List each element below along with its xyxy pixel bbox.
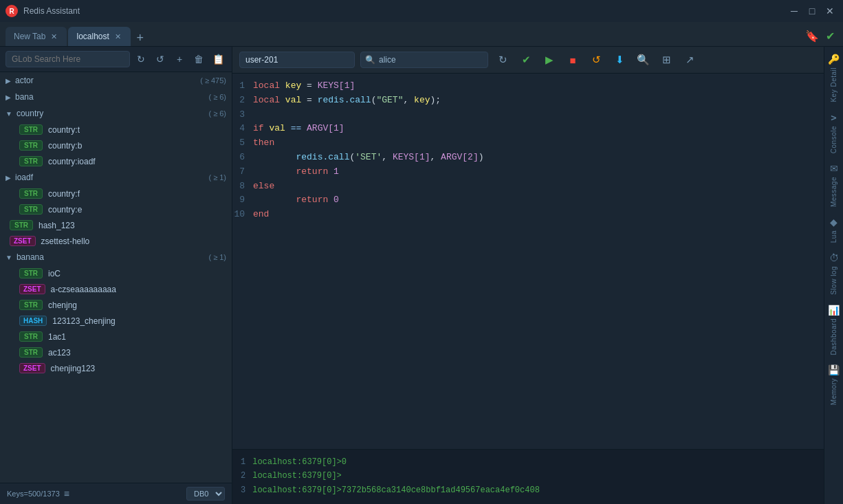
- search-button[interactable]: 🔍: [634, 51, 652, 69]
- list-item[interactable]: ZSET a-czseaaaaaaaaa: [0, 281, 232, 297]
- group-label-bana: bana: [15, 92, 34, 102]
- key-label: country:f: [48, 189, 80, 199]
- key-search-wrap: 🔍: [360, 52, 488, 68]
- console-line-num: 1: [241, 455, 245, 469]
- sidebar-footer: Keys=500/1373 ≡ DB0 DB1 DB2 DB3: [0, 483, 232, 504]
- memory-icon: 💾: [828, 364, 840, 375]
- sidebar-item-lua[interactable]: ◆ Lua: [825, 212, 843, 247]
- message-label: Message: [830, 177, 837, 207]
- sidebar-group-bana[interactable]: ▶ bana ( ≥ 6): [0, 89, 232, 105]
- key-label: country:ioadf: [48, 157, 96, 166]
- chevron-down-icon-country: ▼: [6, 110, 12, 118]
- main-content: ↻ ↺ + 🗑 📋 ▶ actor ( ≥ 475) ▶ bana ( ≥ 6)…: [0, 47, 843, 504]
- list-item[interactable]: STR country:f: [0, 186, 232, 201]
- console-line-num: 2: [241, 469, 245, 483]
- key-label: country:b: [48, 141, 82, 151]
- list-item[interactable]: ZSET chenjing123: [0, 360, 232, 376]
- add-key-icon[interactable]: +: [171, 51, 188, 67]
- table-button[interactable]: ⊞: [657, 51, 675, 69]
- refresh-icon[interactable]: ↺: [152, 51, 168, 67]
- play-button[interactable]: ▶: [540, 51, 558, 69]
- line-number: 3: [232, 108, 253, 122]
- list-item[interactable]: HASH 123123_chenjing: [0, 313, 232, 329]
- tab-close-new-tab[interactable]: ✕: [50, 32, 58, 41]
- line-number: 5: [232, 136, 253, 151]
- code-line: 1 local key = KEYS[1]: [232, 79, 824, 94]
- key-label: chenjing123: [51, 364, 96, 373]
- dashboard-icon: 📊: [828, 305, 840, 316]
- list-item[interactable]: STR country:ioadf: [0, 153, 232, 169]
- line-content: end: [253, 208, 269, 222]
- list-item[interactable]: STR country:e: [0, 201, 232, 217]
- copy-icon[interactable]: 📋: [210, 51, 226, 67]
- search-icon: 🔍: [365, 55, 375, 65]
- sidebar-list: ▶ actor ( ≥ 475) ▶ bana ( ≥ 6) ▼ country…: [0, 72, 232, 483]
- line-content: then: [253, 136, 274, 151]
- key-label: ac123: [48, 348, 71, 358]
- slow-log-icon: ⏱: [829, 252, 839, 263]
- group-count-actor: ( ≥ 475): [200, 76, 226, 85]
- sidebar-group-banana[interactable]: ▼ banana ( ≥ 1): [0, 249, 232, 265]
- refresh-button[interactable]: ↻: [494, 51, 512, 69]
- badge-str: STR: [19, 331, 43, 342]
- group-count-bana: ( ≥ 6): [208, 93, 226, 101]
- stop-button[interactable]: ■: [564, 51, 582, 69]
- badge-str: STR: [19, 140, 43, 151]
- code-line: 6 redis.call('SET', KEYS[1], ARGV[2]): [232, 151, 824, 165]
- console-line: 1 localhost:6379[0]>0: [241, 455, 815, 469]
- list-item[interactable]: STR ac123: [0, 344, 232, 360]
- minimize-button[interactable]: ─: [787, 3, 802, 19]
- close-button[interactable]: ✕: [822, 3, 837, 19]
- line-number: 4: [232, 122, 253, 136]
- line-content: return 0: [253, 193, 339, 208]
- key-name-input[interactable]: [239, 52, 355, 68]
- list-item[interactable]: STR 1ac1: [0, 329, 232, 344]
- sidebar-item-dashboard[interactable]: 📊 Dashboard: [825, 300, 843, 359]
- code-line: 5 then: [232, 136, 824, 151]
- sidebar-group-country[interactable]: ▼ country ( ≥ 6): [0, 105, 232, 122]
- reload-button[interactable]: ↺: [587, 51, 605, 69]
- sidebar-group-ioadf[interactable]: ▶ ioadf ( ≥ 1): [0, 169, 232, 186]
- sidebar-item-console[interactable]: > Console: [825, 108, 843, 157]
- key-search-input[interactable]: [360, 52, 488, 68]
- key-label: 123123_chenjing: [52, 316, 115, 326]
- sidebar-group-actor[interactable]: ▶ actor ( ≥ 475): [0, 72, 232, 89]
- list-item[interactable]: STR ioC: [0, 265, 232, 281]
- download-button[interactable]: ⬇: [611, 51, 628, 69]
- badge-str: STR: [19, 188, 43, 199]
- list-item[interactable]: STR country:t: [0, 122, 232, 138]
- tab-add-button[interactable]: +: [132, 30, 149, 46]
- list-item[interactable]: STR country:b: [0, 138, 232, 153]
- sidebar-item-key-detail[interactable]: 🔑 Key Detail: [825, 50, 843, 107]
- delete-icon[interactable]: 🗑: [190, 51, 207, 67]
- tab-new-tab[interactable]: New Tab ✕: [6, 27, 67, 46]
- sidebar-item-slow-log[interactable]: ⏱ Slow log: [825, 248, 843, 299]
- chevron-down-icon-banana: ▼: [6, 254, 12, 261]
- list-item[interactable]: ZSET zsettest-hello: [0, 233, 232, 249]
- sidebar-item-memory[interactable]: 💾 Memory: [825, 360, 843, 409]
- list-item[interactable]: STR hash_123: [0, 217, 232, 233]
- chevron-right-icon: ▶: [6, 77, 11, 85]
- check-icon: ✔: [822, 28, 837, 43]
- code-editor[interactable]: 1 local key = KEYS[1] 2 local val = redi…: [232, 74, 824, 449]
- tab-label: New Tab: [14, 32, 45, 41]
- dashboard-label: Dashboard: [830, 318, 837, 355]
- tab-localhost[interactable]: localhost ✕: [68, 27, 130, 46]
- check-button[interactable]: ✔: [517, 51, 535, 69]
- db-selector[interactable]: DB0 DB1 DB2 DB3: [186, 487, 225, 501]
- search-refresh-icon[interactable]: ↻: [133, 51, 149, 67]
- badge-str: STR: [19, 204, 43, 215]
- list-icon: ≡: [64, 488, 69, 499]
- line-content: return 1: [253, 165, 339, 179]
- sidebar-item-message[interactable]: ✉ Message: [825, 159, 843, 211]
- key-toolbar: 🔍 ↻ ✔ ▶ ■ ↺ ⬇ 🔍 ⊞ ↗: [232, 47, 824, 74]
- console-text: localhost:6379[0]>7372b568ca3140ce8bbf1a…: [252, 483, 540, 497]
- export-button[interactable]: ↗: [681, 51, 699, 69]
- tab-close-localhost[interactable]: ✕: [113, 32, 122, 41]
- key-label: chenjng: [48, 300, 77, 310]
- badge-zset: ZSET: [19, 363, 45, 373]
- maximize-button[interactable]: □: [804, 3, 820, 19]
- list-item[interactable]: STR chenjng: [0, 297, 232, 313]
- badge-str: STR: [19, 124, 43, 135]
- glob-search-input[interactable]: [6, 51, 130, 67]
